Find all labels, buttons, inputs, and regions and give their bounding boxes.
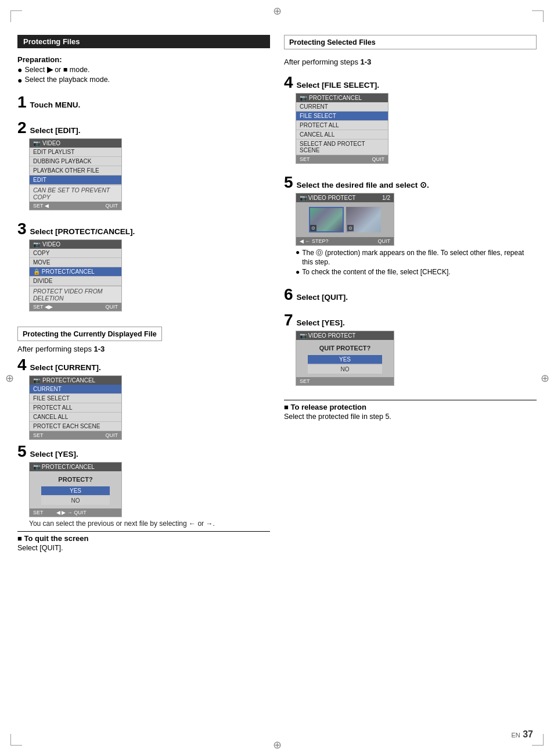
- menu-edit-set: SET ◀: [33, 203, 49, 209]
- protect-btn-no: NO: [41, 496, 110, 505]
- vp-confirm-title-bar: 📷 VIDEO PROTECT: [296, 331, 394, 340]
- menu-item-cancel-all-c: CANCEL ALL: [30, 413, 121, 422]
- step5-bullet-text-1: The Ⓞ (protection) mark appears on the f…: [302, 248, 537, 266]
- menu-current-bottom: SET QUIT: [30, 431, 121, 439]
- vp-bottom-left: ◀ ← STEP?: [300, 238, 329, 244]
- menu-item-playback-other: PLAYBACK OTHER FILE: [30, 166, 121, 175]
- step-3-label: Select [PROTECT/CANCEL].: [30, 227, 135, 236]
- menu-current-set: SET: [33, 432, 44, 438]
- menu-current-icon: 📷: [33, 377, 40, 384]
- step-4-current-number: 4: [17, 357, 27, 373]
- preparation-block: Preparation: ● Select ▶ or ■ mode. ● Sel…: [17, 55, 270, 86]
- after-performing-selected: After performing steps 1-3: [284, 58, 537, 66]
- step-5-current-block: 5 Select [YES]. 📷 PROTECT/CANCEL PROTECT…: [17, 443, 270, 528]
- steps-range-selected: 1-3: [361, 58, 372, 66]
- step5-bullet-2: ● To check the content of the file, sele…: [296, 268, 537, 276]
- step-3-number: 3: [17, 221, 27, 237]
- step-1-label: Touch MENU.: [30, 101, 81, 109]
- menu-item-divide: DIVIDE: [30, 277, 121, 286]
- page-number: EN 37: [511, 729, 533, 740]
- menu-item-edit-playlist: EDIT PLAYLIST: [30, 148, 121, 157]
- step5-info-bullets: ● The Ⓞ (protection) mark appears on the…: [296, 248, 537, 276]
- menu-item-edit: EDIT: [30, 175, 121, 185]
- step5-bullet-icon-2: ●: [296, 268, 300, 276]
- vp-page: 1/2: [382, 195, 390, 201]
- step5-bullet-1: ● The Ⓞ (protection) mark appears on the…: [296, 248, 537, 266]
- left-column: Protecting Files Preparation: ● Select ▶…: [17, 35, 270, 721]
- menu-edit-screenshot: 📷 VIDEO EDIT PLAYLIST DUBBING PLAYBACK P…: [29, 138, 122, 210]
- bullet-icon-1: ●: [17, 65, 22, 75]
- crosshair-bottom: ⊕: [271, 739, 283, 751]
- vp-thumbnail-1: ⊙: [309, 207, 344, 232]
- corner-mark-tl: [10, 10, 22, 22]
- step-4-selected-number: 4: [284, 74, 293, 91]
- release-note-title: ■ To release protection: [284, 403, 537, 411]
- menu-fileselect-quit: QUIT: [372, 156, 385, 162]
- menu-edit-title: VIDEO: [42, 140, 60, 146]
- menu-protect-note: PROTECT VIDEO FROM DELETION: [30, 286, 121, 303]
- vp-bottom-right: QUIT: [378, 238, 391, 244]
- step-4-selected-label: Select [FILE SELECT].: [297, 81, 380, 89]
- video-protect-confirm-screen: 📷 VIDEO PROTECT QUIT PROTECT? YES NO SET: [296, 331, 394, 386]
- quit-note-text: Select [QUIT].: [17, 544, 270, 552]
- vp-confirm-yes: YES: [308, 355, 382, 364]
- menu-protect-icon: 📷: [33, 241, 40, 248]
- menu-item-current-r: CURRENT: [296, 102, 388, 112]
- corner-mark-br: [532, 734, 544, 746]
- protect-btn-yes: YES: [41, 486, 110, 495]
- page-num: 37: [523, 729, 533, 739]
- step-6-number: 6: [284, 286, 293, 303]
- vp-confirm-text: QUIT PROTECT?: [296, 340, 394, 354]
- menu-fileselect-icon: 📷: [300, 95, 307, 101]
- protecting-selected-files-title: Protecting Selected Files: [289, 38, 376, 46]
- protect-screen-bottom: SET ◀ ▶ → QUIT: [30, 508, 121, 517]
- menu-protect-bottom: SET ◀▶ QUIT: [30, 303, 121, 311]
- prep-bullet-text-2: Select the playback mode.: [24, 76, 110, 84]
- vp-bottom-bar: ◀ ← STEP? QUIT: [296, 237, 394, 245]
- menu-item-dubbing: DUBBING PLAYBACK: [30, 157, 121, 166]
- steps-range-current: 1-3: [94, 345, 105, 353]
- protecting-selected-files-box: Protecting Selected Files: [284, 35, 537, 49]
- menu-item-file-select-c: FILE SELECT: [30, 394, 121, 403]
- menu-edit-icon: 📷: [33, 140, 40, 146]
- protect-confirm-screen: 📷 PROTECT/CANCEL PROTECT? YES NO SET ◀ ▶…: [29, 462, 122, 517]
- corner-mark-bl: [10, 734, 22, 746]
- menu-item-cancel-all-r: CANCEL ALL: [296, 130, 388, 139]
- menu-protect-title: VIDEO: [42, 241, 60, 248]
- step-2-block: 2 Select [EDIT]. 📷 VIDEO EDIT PLAYLIST D…: [17, 120, 270, 213]
- step-5-current-label: Select [YES].: [30, 450, 78, 458]
- menu-protect-set: SET ◀▶: [33, 304, 53, 310]
- vp-thumbnail-2: ⊙: [346, 207, 381, 232]
- menu-current-quit: QUIT: [106, 432, 118, 438]
- protect-screen-title-bar: 📷 PROTECT/CANCEL: [30, 463, 121, 471]
- step5-bullet-icon-1: ●: [296, 248, 300, 256]
- protect-screen-icon: 📷 PROTECT/CANCEL: [33, 464, 95, 470]
- step-1-number: 1: [17, 94, 27, 110]
- vp-confirm-icon: 📷 VIDEO PROTECT: [300, 332, 355, 339]
- step-7-label: Select [YES].: [297, 318, 345, 327]
- step-1-block: 1 Touch MENU.: [17, 94, 270, 112]
- step-7-block: 7 Select [YES]. 📷 VIDEO PROTECT QUIT PRO…: [284, 312, 537, 388]
- vp-content: ⊙ ⊙: [296, 202, 394, 237]
- vp-confirm-set: SET: [300, 378, 310, 384]
- vp-title-icon: 📷 VIDEO PROTECT: [300, 195, 355, 201]
- menu-edit-bottom: SET ◀ QUIT: [30, 202, 121, 210]
- section-header-protecting-files: Protecting Files: [17, 35, 270, 48]
- corner-mark-tr: [532, 10, 544, 22]
- menu-protect-quit: QUIT: [106, 304, 118, 310]
- vp-title-bar: 📷 VIDEO PROTECT 1/2: [296, 194, 394, 202]
- vp-confirm-bottom: SET: [296, 377, 394, 385]
- currently-displayed-section: Protecting the Currently Displayed File …: [17, 327, 270, 552]
- nav-note: You can select the previous or next file…: [29, 519, 270, 528]
- protect-screen-arrows: ◀ ▶ → QUIT: [56, 510, 87, 515]
- step-6-block: 6 Select [QUIT].: [284, 286, 537, 304]
- menu-current-screenshot: 📷 PROTECT/CANCEL CURRENT FILE SELECT PRO…: [29, 375, 122, 440]
- release-note-text: Select the protected file in step 5.: [284, 413, 537, 421]
- menu-edit-quit: QUIT: [106, 203, 118, 209]
- crosshair-left: ⊕: [3, 372, 16, 385]
- step-4-current-block: 4 Select [CURRENT]. 📷 PROTECT/CANCEL CUR…: [17, 357, 270, 440]
- menu-item-protect-all-c: PROTECT ALL: [30, 403, 121, 413]
- release-note-box: ■ To release protection Select the prote…: [284, 400, 537, 421]
- menu-item-copy: COPY: [30, 249, 121, 258]
- video-protect-screen: 📷 VIDEO PROTECT 1/2 ⊙ ⊙: [296, 193, 394, 246]
